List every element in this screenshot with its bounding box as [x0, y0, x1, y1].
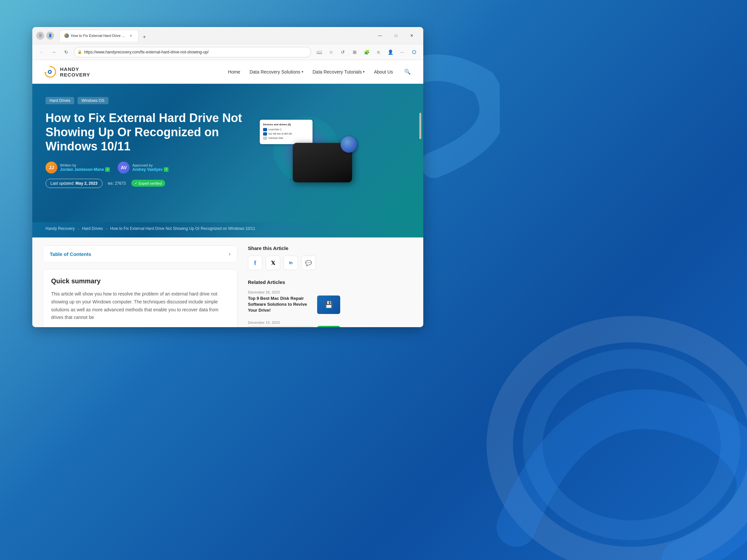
author-info: Written by Jordan Jamieson-Mane ✓ — [60, 163, 110, 172]
dropdown-arrow-icon-2: ▾ — [363, 70, 365, 74]
breadcrumb-item-current: How to Fix External Hard Drive Not Showi… — [110, 226, 255, 231]
forward-btn[interactable]: → — [49, 47, 59, 57]
svg-point-0 — [500, 329, 747, 560]
window-controls: — □ ✕ — [372, 30, 419, 41]
share-btn[interactable]: ⎋ — [373, 47, 384, 57]
approver-block: AV Approved by Andrey Vasilyev ✓ — [118, 161, 169, 174]
edge-icon-btn[interactable]: ⬡ — [409, 47, 419, 57]
nav-data-recovery-solutions[interactable]: Data Recovery Solutions ▾ — [250, 69, 303, 75]
related-articles-title: Related Articles — [248, 279, 340, 285]
hdd-unknown-icon — [263, 136, 267, 140]
svg-point-1 — [533, 359, 730, 530]
hero-stats: Last updated: May 2, 2023 ws: 27673 ✓ Ex… — [46, 179, 243, 188]
breadcrumb-sep1: → — [77, 227, 80, 231]
back-btn[interactable]: ← — [36, 47, 46, 57]
maximize-btn[interactable]: □ — [388, 30, 404, 41]
content-right: Share this Article f 𝕏 in 💬 — [248, 245, 340, 327]
logo-text: HANDY RECOVERY — [60, 66, 90, 77]
expert-verified-badge: ✓ Expert verified — [131, 180, 165, 187]
refresh-page-btn[interactable]: ↺ — [338, 47, 348, 57]
favorites-btn[interactable]: ☆ — [326, 47, 336, 57]
hero-section: Hard Drives Windows OS How to Fix Extern… — [32, 84, 423, 222]
related-article-title-1[interactable]: Top 9 Best Mac Disk Repair Software Solu… — [248, 296, 313, 314]
extensions-btn[interactable]: 🧩 — [361, 47, 372, 57]
hdd-item-label1: Local Disk C: — [268, 128, 282, 131]
hdd-disk-icon — [263, 128, 267, 131]
close-btn[interactable]: ✕ — [404, 30, 419, 41]
url-bar[interactable]: 🔒 https://www.handyrecovery.com/fix-exte… — [74, 47, 311, 57]
logo-recovery: RECOVERY — [60, 72, 90, 77]
browser-view-btn[interactable]: ⊞ — [350, 47, 360, 57]
hdd-sphere — [340, 136, 357, 153]
share-twitter-btn[interactable]: 𝕏 — [266, 256, 280, 270]
related-article-thumb-1: 💾 — [317, 296, 340, 314]
tab-close-btn[interactable]: ✕ — [128, 33, 133, 38]
tab-bar-controls: ☰ 👤 — [36, 32, 54, 40]
tag-hard-drives[interactable]: Hard Drives — [46, 97, 74, 104]
related-article-thumb-2: 🖥 — [317, 326, 340, 327]
browser-profile-btn[interactable]: 👤 — [46, 32, 54, 40]
toc-box: Table of Contents › — [43, 245, 237, 262]
related-article-text-2 — [248, 326, 313, 327]
nav-about-us[interactable]: About Us — [374, 69, 393, 75]
nav-home[interactable]: Home — [228, 69, 240, 75]
share-linkedin-btn[interactable]: in — [284, 256, 298, 270]
approver-avatar: AV — [118, 161, 130, 174]
hdd-illustration: Devices and drives (5) Local Disk C: 512… — [260, 113, 352, 186]
breadcrumb-bar: Handy Recovery → Hard Drives → How to Fi… — [32, 222, 423, 237]
title-bar: ☰ 👤 How to Fix External Hard Drive N... … — [32, 27, 423, 44]
related-article-2: December 15, 2023 🖥 — [248, 321, 340, 327]
hero-meta: JJ Written by Jordan Jamieson-Mane ✓ AV — [46, 161, 243, 174]
share-whatsapp-btn[interactable]: 💬 — [301, 256, 316, 270]
tabs-area: How to Fix External Hard Drive N... ✕ + — [59, 30, 370, 42]
toc-chevron-icon: › — [229, 251, 230, 257]
author-name: Jordan Jamieson-Mane ✓ — [60, 167, 110, 172]
refresh-btn[interactable]: ↻ — [61, 47, 71, 57]
quick-summary-text: This article will show you how to resolv… — [51, 290, 229, 322]
hdd-disk-icon2 — [263, 132, 267, 135]
nav-search-btn[interactable]: 🔍 — [402, 67, 413, 77]
read-mode-btn[interactable]: 📖 — [314, 47, 325, 57]
hdd-item-label2: 512 GB free of 465 GB — [268, 133, 292, 135]
tag-windows-os[interactable]: Windows OS — [77, 97, 108, 104]
checkmark-icon: ✓ — [134, 181, 137, 185]
profile-icon-btn[interactable]: 👤 — [385, 47, 395, 57]
browser-menu-btn[interactable]: ☰ — [36, 32, 44, 40]
active-tab[interactable]: How to Fix External Hard Drive N... ✕ — [59, 30, 138, 42]
related-article-title-2[interactable] — [248, 326, 313, 327]
more-options-btn[interactable]: ··· — [397, 47, 408, 57]
share-facebook-btn[interactable]: f — [248, 256, 262, 270]
toc-title: Table of Contents — [50, 251, 91, 257]
share-section: Share this Article f 𝕏 in 💬 — [248, 245, 340, 270]
breadcrumb-sep2: → — [105, 227, 108, 231]
breadcrumb-item-hard-drives[interactable]: Hard Drives — [82, 226, 103, 231]
toc-header[interactable]: Table of Contents › — [43, 246, 237, 262]
hdd-device — [293, 143, 352, 182]
site-logo-icon — [43, 65, 57, 79]
related-section: Related Articles December 26, 2023 Top 9… — [248, 279, 340, 327]
hero-tags: Hard Drives Windows OS — [46, 97, 410, 104]
approver-verified-badge: ✓ — [164, 167, 169, 172]
nav-data-recovery-tutorials[interactable]: Data Recovery Tutorials ▾ — [312, 69, 365, 75]
svg-point-5 — [49, 71, 51, 73]
minimize-btn[interactable]: — — [372, 30, 388, 41]
author-avatar: JJ — [46, 161, 57, 174]
written-by-label: Written by — [60, 163, 110, 167]
views-count: ws: 27673 — [108, 181, 126, 186]
related-article-text-1: Top 9 Best Mac Disk Repair Software Solu… — [248, 296, 313, 314]
scrollbar-thumb[interactable] — [419, 113, 421, 139]
new-tab-btn[interactable]: + — [140, 32, 149, 42]
logo-handy: HANDY — [60, 66, 90, 72]
logo-area[interactable]: HANDY RECOVERY — [43, 65, 90, 79]
related-date-2: December 15, 2023 — [248, 321, 340, 325]
tab-title: How to Fix External Hard Drive N... — [71, 34, 126, 37]
author-verified-badge: ✓ — [105, 167, 110, 172]
breadcrumb-item-home[interactable]: Handy Recovery — [46, 226, 75, 231]
approver-name: Andrey Vasilyev ✓ — [132, 167, 169, 172]
hdd-dialog-item3: Unknown Disk — [263, 136, 309, 140]
hdd-dialog-item2: 512 GB free of 465 GB — [263, 132, 309, 135]
share-buttons: f 𝕏 in 💬 — [248, 256, 340, 270]
webpage-content: HANDY RECOVERY Home Data Recovery Soluti… — [32, 60, 423, 327]
quick-summary-box: Quick summary This article will show you… — [43, 269, 237, 327]
main-content: Table of Contents › Quick summary This a… — [32, 237, 423, 327]
